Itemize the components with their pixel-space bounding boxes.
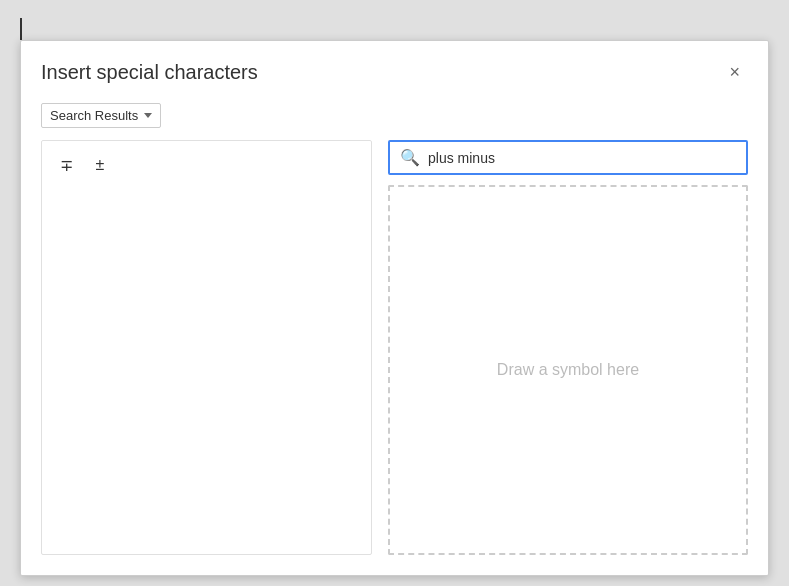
text-cursor xyxy=(20,18,22,40)
dropdown-label: Search Results xyxy=(50,108,138,123)
chevron-down-icon xyxy=(144,113,152,118)
symbol-minus-or-plus[interactable]: ∓ xyxy=(50,149,82,181)
dialog-title: Insert special characters xyxy=(41,61,258,84)
search-input[interactable] xyxy=(428,150,736,166)
symbol-plus-minus[interactable]: ± xyxy=(84,149,116,181)
close-button[interactable]: × xyxy=(721,59,748,85)
category-dropdown[interactable]: Search Results xyxy=(41,103,161,128)
dialog-toolbar: Search Results xyxy=(21,95,768,140)
dialog-body: ∓ ± 🔍 Draw a symbol here xyxy=(21,140,768,575)
draw-symbol-label: Draw a symbol here xyxy=(497,361,639,379)
symbols-grid[interactable]: ∓ ± xyxy=(41,140,372,555)
insert-special-characters-dialog: Insert special characters × Search Resul… xyxy=(20,40,769,576)
draw-symbol-panel[interactable]: Draw a symbol here xyxy=(388,185,748,555)
search-box: 🔍 xyxy=(388,140,748,175)
right-panel: 🔍 Draw a symbol here xyxy=(388,140,748,555)
dialog-header: Insert special characters × xyxy=(21,41,768,95)
search-icon: 🔍 xyxy=(400,148,420,167)
